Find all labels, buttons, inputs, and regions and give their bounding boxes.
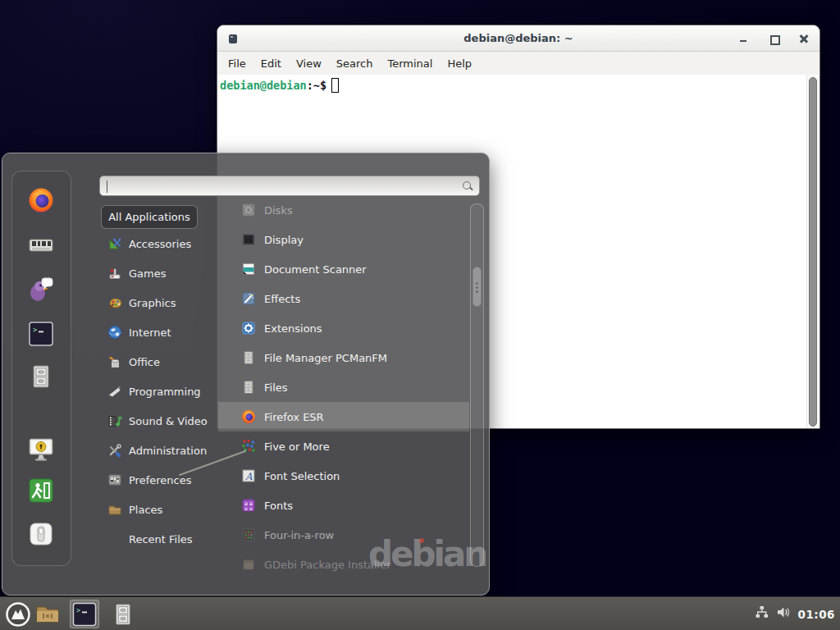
menu-button[interactable] [3, 600, 33, 628]
logout-icon [28, 477, 54, 504]
app-five-or-more[interactable]: Five or More [218, 431, 469, 461]
taskbar-terminal-button[interactable]: > [70, 600, 99, 628]
category-accessories[interactable]: Accessories [98, 229, 218, 258]
folder-icon [34, 600, 62, 628]
file-cabinet-icon [28, 363, 54, 390]
preferences-icon [107, 472, 122, 487]
terminal-menubar: File Edit View Search Terminal Help [217, 52, 819, 75]
category-graphics[interactable]: Graphics [98, 288, 218, 317]
file-cabinet-icon [241, 380, 256, 395]
terminal-scrollbar-thumb[interactable] [809, 77, 817, 427]
five-or-more-icon [241, 439, 256, 454]
games-icon [107, 266, 122, 281]
app-gdebi-package-installer[interactable]: GDebi Package Installer [218, 550, 469, 579]
firefox-icon [28, 187, 54, 213]
terminal-cursor [331, 78, 339, 93]
taskbar-files-button[interactable] [108, 600, 138, 628]
category-sound-video[interactable]: Sound & Video [98, 406, 218, 436]
shell-prompt: debian@debian:~$ [220, 78, 339, 93]
distributor-logo-icon [5, 601, 31, 628]
app-firefox-esr[interactable]: Firefox ESR [218, 402, 469, 431]
places-icon [107, 502, 122, 517]
office-icon [107, 354, 122, 369]
app-font-selection[interactable]: A Font Selection [218, 461, 469, 491]
favorite-terminal-button[interactable]: > [22, 315, 60, 353]
graphics-icon [107, 295, 122, 310]
menu-view[interactable]: View [289, 54, 329, 73]
terminal-scrollbar[interactable] [806, 75, 819, 429]
accessories-icon [107, 236, 122, 251]
sound-video-icon [107, 413, 122, 428]
category-preferences[interactable]: Preferences [98, 465, 218, 495]
shutdown-icon [28, 521, 54, 547]
category-internet[interactable]: Internet [98, 317, 218, 347]
minimize-button[interactable] [739, 34, 747, 43]
menu-terminal[interactable]: Terminal [380, 54, 440, 73]
app-document-scanner[interactable]: Document Scanner [218, 254, 469, 284]
pidgin-icon [27, 276, 55, 304]
category-list: Accessories Games Graphics Internet Offi… [98, 229, 218, 554]
category-recent-files[interactable]: Recent Files [98, 524, 218, 554]
favorite-keyboard-button[interactable] [22, 226, 60, 264]
display-icon [241, 232, 256, 247]
search-icon [462, 180, 473, 192]
terminal-titlebar[interactable]: debian@debian: ~ [217, 25, 819, 52]
file-cabinet-icon [111, 602, 135, 627]
prompt-suffix: :~$ [307, 79, 326, 92]
category-games[interactable]: Games [98, 258, 218, 288]
app-file-manager-pcmanfm[interactable]: File Manager PCManFM [218, 343, 469, 372]
lock-screen-button[interactable] [22, 431, 60, 468]
menu-edit[interactable]: Edit [253, 54, 289, 73]
extensions-icon [241, 321, 256, 336]
menu-scrollbar-thumb[interactable] [472, 267, 482, 307]
terminal-title: debian@debian: ~ [217, 32, 819, 44]
prompt-user: debian@debian [220, 79, 307, 92]
maximize-button[interactable] [769, 34, 778, 43]
four-in-a-row-icon [241, 527, 256, 542]
close-button[interactable] [800, 34, 808, 43]
app-four-in-a-row[interactable]: Four-in-a-row [218, 520, 469, 550]
terminal-icon: > [28, 321, 54, 347]
app-extensions[interactable]: Extensions [218, 313, 469, 343]
menu-search[interactable]: Search [329, 54, 381, 73]
keyboard-icon [27, 231, 55, 259]
search-box[interactable] [99, 176, 480, 196]
desktop: debian@debian: ~ File Edit View Search T… [0, 0, 840, 630]
programming-icon [107, 384, 122, 399]
document-scanner-icon [241, 262, 256, 276]
search-input[interactable] [107, 178, 451, 194]
category-programming[interactable]: Programming [98, 377, 218, 406]
favorite-file-manager-button[interactable] [22, 358, 60, 395]
app-display[interactable]: Display [218, 225, 469, 254]
category-office[interactable]: Office [98, 347, 218, 377]
internet-icon [107, 325, 122, 340]
app-fonts[interactable]: a aa a Fonts [218, 491, 469, 520]
favorite-firefox-button[interactable] [22, 181, 60, 219]
volume-icon[interactable] [776, 605, 792, 623]
logout-button[interactable] [22, 472, 60, 509]
taskbar-file-manager-button[interactable] [33, 600, 62, 628]
clock[interactable]: 01:06 [798, 608, 835, 621]
firefox-icon [241, 409, 256, 424]
effects-icon [241, 291, 256, 306]
terminal-icon: > [72, 602, 97, 627]
quit-button[interactable] [22, 515, 60, 553]
menu-help[interactable]: Help [440, 54, 479, 73]
scrollbar-grip-dots [476, 286, 478, 289]
menu-file[interactable]: File [221, 54, 253, 73]
applications-menu: debian > [2, 153, 490, 596]
application-list: Disks Display Document Scanner Effects E… [218, 195, 469, 579]
app-disks[interactable]: Disks [218, 195, 469, 225]
all-applications-button[interactable]: All Applications [101, 205, 198, 229]
svg-text:A: A [244, 471, 253, 482]
menu-scrollbar[interactable] [470, 203, 484, 567]
app-effects[interactable]: Effects [218, 284, 469, 313]
favorite-pidgin-button[interactable] [22, 271, 60, 308]
category-places[interactable]: Places [98, 495, 218, 524]
network-icon[interactable] [754, 605, 769, 623]
category-administration[interactable]: Administration [98, 436, 218, 465]
administration-icon [107, 443, 122, 458]
app-files[interactable]: Files [218, 372, 469, 402]
svg-text:a a: a a [244, 505, 253, 512]
disks-icon [241, 203, 256, 217]
